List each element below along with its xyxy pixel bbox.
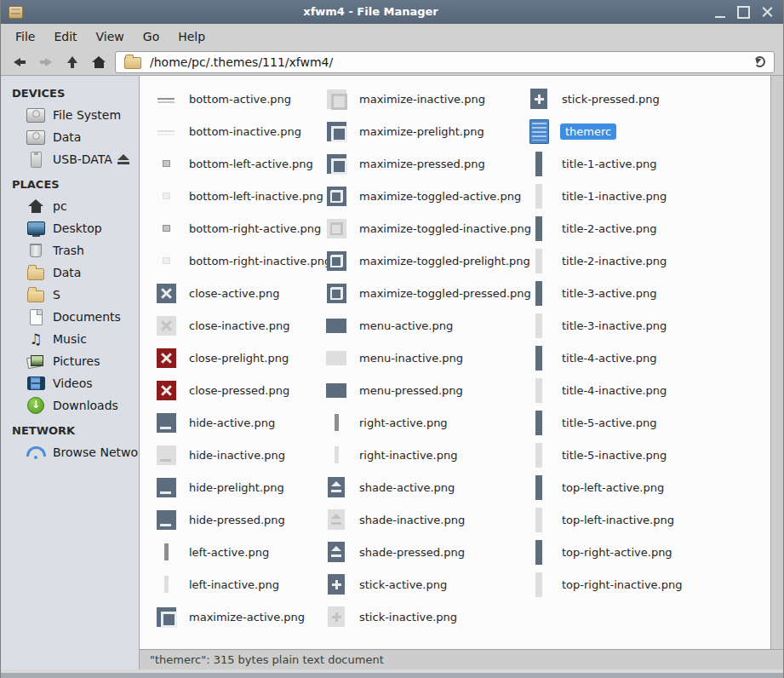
refresh-icon[interactable] — [753, 55, 767, 69]
file-item-title-2-active-png[interactable]: title-2-active.png — [519, 212, 770, 244]
file-item-title-1-inactive-png[interactable]: title-1-inactive.png — [519, 180, 770, 212]
file-item-themerc[interactable]: themerc — [519, 115, 770, 147]
title-4-inactive-png-icon — [535, 378, 542, 403]
file-item-maximize-toggled-active-png[interactable]: maximize-toggled-active.png — [317, 180, 519, 212]
file-icon-box — [323, 503, 349, 536]
file-label: close-pressed.png — [189, 384, 289, 397]
vertical-scrollbar[interactable] — [770, 76, 783, 649]
file-item-maximize-toggled-pressed-png[interactable]: maximize-toggled-pressed.png — [317, 277, 519, 309]
file-item-stick-active-png[interactable]: stick-active.png — [317, 568, 519, 600]
sidebar-item-pictures[interactable]: Pictures — [1, 350, 139, 372]
file-item-hide-pressed-png[interactable]: hide-pressed.png — [146, 503, 317, 536]
file-item-title-1-active-png[interactable]: title-1-active.png — [519, 147, 770, 180]
file-item-shade-active-png[interactable]: shade-active.png — [317, 471, 519, 503]
file-item-close-active-png[interactable]: close-active.png — [146, 277, 317, 309]
sidebar-item-documents[interactable]: Documents — [1, 306, 139, 328]
file-item-right-active-png[interactable]: right-active.png — [317, 406, 519, 439]
file-item-hide-prelight-png[interactable]: hide-prelight.png — [146, 471, 317, 503]
close-button[interactable] — [759, 4, 775, 20]
home-button[interactable] — [89, 52, 109, 72]
file-item-title-4-inactive-png[interactable]: title-4-inactive.png — [519, 374, 770, 406]
shade-pressed-png-icon — [328, 542, 345, 562]
file-item-bottom-right-active-png[interactable]: bottom-right-active.png — [146, 212, 317, 244]
sidebar-header-devices: DEVICES — [1, 79, 139, 104]
back-button[interactable] — [9, 52, 30, 72]
file-item-title-5-inactive-png[interactable]: title-5-inactive.png — [519, 439, 770, 471]
file-item-maximize-toggled-inactive-png[interactable]: maximize-toggled-inactive.png — [317, 212, 519, 244]
file-item-bottom-left-inactive-png[interactable]: bottom-left-inactive.png — [146, 180, 317, 212]
file-item-maximize-inactive-png[interactable]: maximize-inactive.png — [317, 83, 519, 115]
file-item-shade-inactive-png[interactable]: shade-inactive.png — [317, 503, 519, 536]
sidebar-item-trash[interactable]: Trash — [1, 239, 139, 261]
file-item-hide-active-png[interactable]: hide-active.png — [146, 406, 317, 439]
file-item-top-right-inactive-png[interactable]: top-right-inactive.png — [519, 568, 770, 600]
menu-item-edit[interactable]: Edit — [44, 24, 86, 49]
file-icon-box — [323, 277, 349, 309]
file-item-title-3-inactive-png[interactable]: title-3-inactive.png — [519, 309, 770, 342]
sidebar-item-browse-network[interactable]: Browse Network — [1, 441, 139, 463]
file-item-left-active-png[interactable]: left-active.png — [146, 536, 317, 568]
file-item-menu-inactive-png[interactable]: menu-inactive.png — [317, 342, 519, 374]
file-item-hide-inactive-png[interactable]: hide-inactive.png — [146, 439, 317, 471]
file-item-title-5-active-png[interactable]: title-5-active.png — [519, 406, 770, 439]
file-item-stick-pressed-png[interactable]: stick-pressed.png — [519, 83, 770, 115]
file-item-maximize-active-png[interactable]: maximize-active.png — [146, 600, 317, 633]
file-icon-box — [323, 244, 349, 277]
file-item-menu-pressed-png[interactable]: menu-pressed.png — [317, 374, 519, 406]
file-item-stick-inactive-png[interactable]: stick-inactive.png — [317, 600, 519, 633]
file-icon-box — [323, 536, 349, 568]
menu-item-file[interactable]: File — [6, 24, 44, 49]
sidebar-item-videos[interactable]: Videos — [1, 372, 139, 394]
file-item-close-prelight-png[interactable]: close-prelight.png — [146, 342, 317, 374]
file-item-bottom-right-inactive-png[interactable]: bottom-right-inactive.png — [146, 244, 317, 277]
file-label: menu-active.png — [359, 319, 453, 332]
file-item-menu-active-png[interactable]: menu-active.png — [317, 309, 519, 342]
file-item-top-left-inactive-png[interactable]: top-left-inactive.png — [519, 503, 770, 536]
file-item-bottom-left-active-png[interactable]: bottom-left-active.png — [146, 147, 317, 180]
sidebar-item-pc[interactable]: pc — [1, 195, 139, 217]
sidebar-item-s[interactable]: S — [1, 284, 139, 306]
file-item-title-3-active-png[interactable]: title-3-active.png — [519, 277, 770, 309]
videos-icon — [26, 374, 46, 393]
sidebar-item-desktop[interactable]: Desktop — [1, 217, 139, 239]
sidebar-item-music[interactable]: Music — [1, 328, 139, 350]
file-icon-box — [323, 406, 349, 439]
file-item-bottom-inactive-png[interactable]: bottom-inactive.png — [146, 115, 317, 147]
file-icon-box — [526, 342, 552, 374]
forward-button[interactable] — [36, 52, 56, 72]
file-icon-box — [323, 600, 349, 633]
maximize-button[interactable] — [735, 4, 752, 20]
file-item-maximize-pressed-png[interactable]: maximize-pressed.png — [317, 147, 519, 180]
file-item-title-4-active-png[interactable]: title-4-active.png — [519, 342, 770, 374]
up-button[interactable] — [62, 52, 83, 72]
sidebar-item-data[interactable]: Data — [1, 126, 139, 148]
file-item-maximize-toggled-prelight-png[interactable]: maximize-toggled-prelight.png — [317, 244, 519, 277]
themerc-icon — [529, 119, 549, 144]
file-label: top-left-inactive.png — [562, 514, 674, 526]
file-item-bottom-active-png[interactable]: bottom-active.png — [146, 83, 317, 115]
menu-item-go[interactable]: Go — [134, 24, 169, 49]
file-icon-box — [526, 439, 552, 471]
sidebar-item-file-system[interactable]: File System — [1, 104, 139, 126]
file-icon-box — [526, 536, 552, 568]
file-item-close-inactive-png[interactable]: close-inactive.png — [146, 309, 317, 342]
file-item-right-inactive-png[interactable]: right-inactive.png — [317, 439, 519, 471]
menu-item-help[interactable]: Help — [169, 24, 215, 49]
file-item-left-inactive-png[interactable]: left-inactive.png — [146, 568, 317, 600]
file-icon-box — [323, 180, 349, 212]
file-icon-box — [153, 600, 179, 633]
menu-item-view[interactable]: View — [87, 24, 134, 49]
minimize-button[interactable] — [712, 4, 728, 20]
file-item-shade-pressed-png[interactable]: shade-pressed.png — [317, 536, 519, 568]
eject-button[interactable] — [116, 154, 130, 164]
file-item-maximize-prelight-png[interactable]: maximize-prelight.png — [317, 115, 519, 147]
file-item-title-2-inactive-png[interactable]: title-2-inactive.png — [519, 244, 770, 277]
sidebar-item-downloads[interactable]: Downloads — [1, 394, 139, 417]
file-item-top-left-active-png[interactable]: top-left-active.png — [519, 471, 770, 503]
path-bar[interactable]: /home/pc/.themes/111/xfwm4/ — [115, 51, 775, 73]
sidebar-item-usb-data[interactable]: USB-DATA — [1, 148, 139, 170]
sidebar-item-data[interactable]: Data — [1, 261, 139, 284]
file-item-close-pressed-png[interactable]: close-pressed.png — [146, 374, 317, 406]
file-item-top-right-active-png[interactable]: top-right-active.png — [519, 536, 770, 568]
title-2-active-png-icon — [535, 216, 542, 241]
